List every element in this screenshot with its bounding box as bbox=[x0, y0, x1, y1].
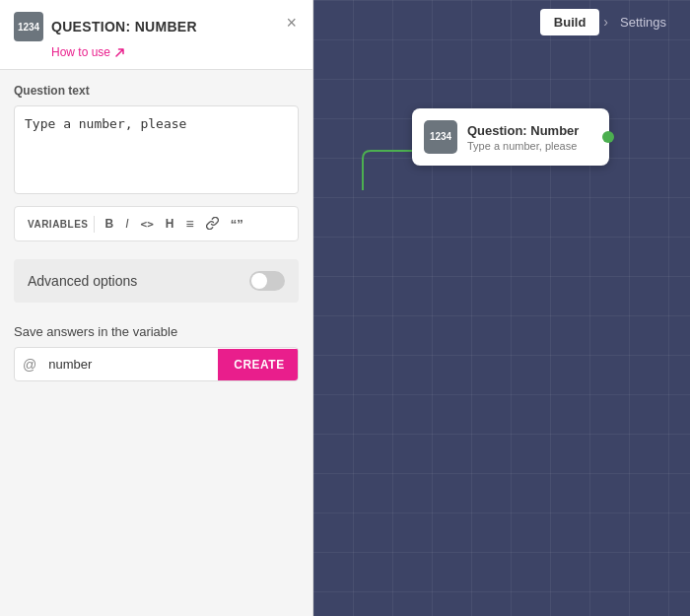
heading-button[interactable]: H bbox=[161, 214, 179, 234]
question-text-input[interactable] bbox=[14, 105, 299, 194]
variables-button[interactable]: VARIABLES bbox=[23, 216, 95, 233]
node-text: Question: Number Type a number, please bbox=[467, 123, 579, 152]
code-button[interactable]: <> bbox=[136, 215, 159, 234]
panel-title: QUESTION: NUMBER bbox=[51, 19, 197, 34]
save-variable-label: Save answers in the variable bbox=[14, 324, 299, 339]
link-button[interactable] bbox=[201, 214, 224, 235]
external-link-icon bbox=[114, 47, 125, 58]
save-variable-section: Save answers in the variable @ CREATE bbox=[14, 324, 299, 381]
create-button[interactable]: CREATE bbox=[218, 349, 299, 380]
breadcrumb-chevron: › bbox=[603, 14, 608, 30]
close-button[interactable]: × bbox=[282, 12, 301, 34]
advanced-options-toggle[interactable] bbox=[249, 271, 285, 291]
italic-button[interactable]: I bbox=[120, 214, 133, 234]
panel-body: Question text VARIABLES B I <> H ≡ “” Ad bbox=[0, 70, 312, 616]
at-symbol: @ bbox=[15, 357, 44, 373]
grid-background bbox=[313, 0, 690, 616]
settings-button[interactable]: Settings bbox=[612, 9, 674, 35]
link-icon bbox=[206, 217, 219, 230]
question-type-icon: 1234 bbox=[14, 12, 43, 41]
list-button[interactable]: ≡ bbox=[180, 213, 198, 235]
bold-button[interactable]: B bbox=[101, 214, 119, 234]
advanced-options-section: Advanced options bbox=[14, 259, 299, 303]
node-subtitle: Type a number, please bbox=[467, 140, 579, 152]
variable-name-input[interactable] bbox=[44, 348, 218, 380]
build-button[interactable]: Build bbox=[540, 9, 600, 35]
how-to-use-link[interactable]: How to use bbox=[51, 45, 299, 59]
node-status-indicator bbox=[602, 131, 614, 143]
panel-header: 1234 QUESTION: NUMBER × How to use bbox=[0, 0, 312, 70]
advanced-options-label: Advanced options bbox=[28, 273, 137, 289]
quote-button[interactable]: “” bbox=[226, 214, 248, 235]
canvas-header: Build › Settings bbox=[313, 0, 690, 43]
question-text-label: Question text bbox=[14, 84, 299, 98]
formatting-toolbar: VARIABLES B I <> H ≡ “” bbox=[14, 206, 299, 241]
canvas: Build › Settings 1234 Question: Number T… bbox=[313, 0, 690, 616]
node-title: Question: Number bbox=[467, 123, 579, 138]
node-card: 1234 Question: Number Type a number, ple… bbox=[412, 108, 609, 166]
variable-input-row: @ CREATE bbox=[14, 347, 299, 381]
node-icon: 1234 bbox=[424, 120, 457, 154]
